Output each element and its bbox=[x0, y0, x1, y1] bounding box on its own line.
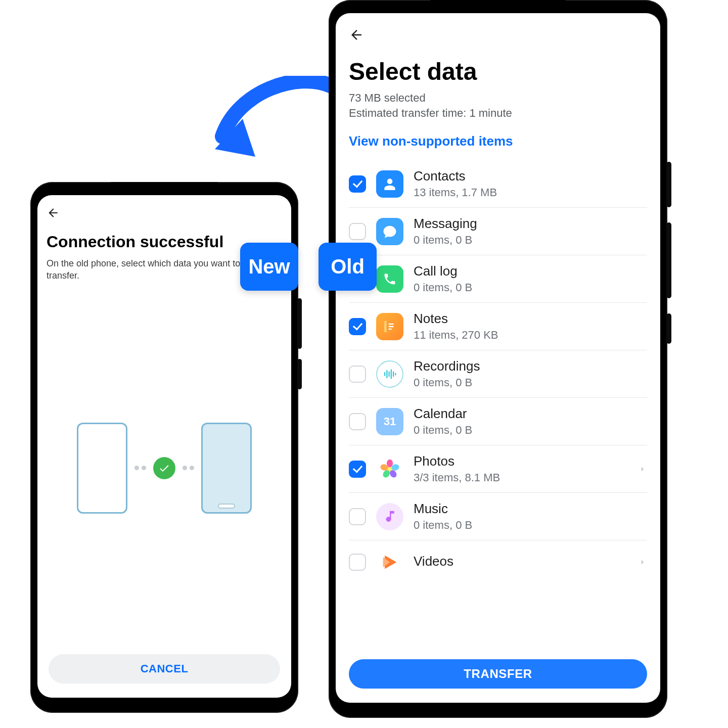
data-row-cal[interactable]: 31Calendar0 items, 0 B bbox=[349, 398, 647, 445]
checkbox[interactable] bbox=[349, 413, 366, 430]
back-button[interactable] bbox=[349, 27, 647, 42]
transfer-eta: Estimated transfer time: 1 minute bbox=[349, 107, 512, 119]
page-title: Select data bbox=[349, 58, 647, 85]
phone-outline-icon bbox=[77, 423, 127, 514]
svg-rect-3 bbox=[389, 326, 394, 328]
data-row-music[interactable]: Music0 items, 0 B bbox=[349, 493, 647, 540]
svg-rect-4 bbox=[389, 329, 392, 330]
item-detail: 0 items, 0 B bbox=[414, 424, 647, 437]
selected-size: 73 MB selected bbox=[349, 92, 426, 104]
data-row-photos[interactable]: Photos3/3 items, 8.1 MB bbox=[349, 445, 647, 493]
data-row-notes[interactable]: Notes11 items, 270 KB bbox=[349, 303, 647, 350]
new-phone-tag: New bbox=[240, 243, 298, 291]
item-name: Contacts bbox=[414, 168, 647, 184]
item-name: Call log bbox=[414, 263, 647, 279]
transfer-direction-arrow bbox=[207, 76, 339, 182]
data-row-videos[interactable]: Videos bbox=[349, 540, 647, 576]
svg-rect-2 bbox=[389, 324, 394, 325]
data-row-contacts[interactable]: Contacts13 items, 1.7 MB bbox=[349, 160, 647, 208]
item-name: Videos bbox=[414, 554, 628, 569]
chevron-right-icon bbox=[638, 558, 647, 567]
cancel-button[interactable]: CANCEL bbox=[49, 654, 280, 684]
connection-illustration bbox=[37, 282, 291, 654]
page-subtitle: On the old phone, select which data you … bbox=[47, 257, 259, 282]
checkbox[interactable] bbox=[349, 175, 366, 193]
view-unsupported-link[interactable]: View non-supported items bbox=[349, 133, 647, 149]
data-row-call[interactable]: Call log0 items, 0 B bbox=[349, 255, 647, 303]
item-name: Messaging bbox=[414, 216, 647, 232]
call-icon bbox=[376, 265, 403, 293]
checkbox[interactable] bbox=[349, 508, 366, 525]
item-name: Recordings bbox=[414, 358, 647, 374]
transfer-button[interactable]: TRANSFER bbox=[349, 659, 647, 689]
checkbox[interactable] bbox=[349, 318, 366, 335]
checkbox[interactable] bbox=[349, 554, 366, 571]
chevron-right-icon bbox=[638, 465, 647, 474]
item-detail: 0 items, 0 B bbox=[414, 281, 647, 294]
contacts-icon bbox=[376, 170, 403, 198]
item-detail: 0 items, 0 B bbox=[414, 376, 647, 389]
item-detail: 3/3 items, 8.1 MB bbox=[414, 471, 628, 484]
item-name: Notes bbox=[414, 311, 647, 327]
videos-icon bbox=[376, 549, 403, 576]
item-detail: 13 items, 1.7 MB bbox=[414, 186, 647, 199]
music-icon bbox=[376, 503, 403, 530]
back-button[interactable] bbox=[47, 206, 282, 219]
phone-filled-icon bbox=[201, 423, 252, 514]
svg-point-12 bbox=[387, 460, 393, 467]
item-detail: 11 items, 270 KB bbox=[414, 329, 647, 342]
item-name: Music bbox=[414, 501, 647, 517]
success-check-icon bbox=[153, 457, 175, 479]
item-detail: 0 items, 0 B bbox=[414, 519, 647, 532]
data-row-rec[interactable]: Recordings0 items, 0 B bbox=[349, 350, 647, 398]
notes-icon bbox=[376, 313, 403, 340]
item-name: Photos bbox=[414, 453, 628, 469]
old-phone-tag: Old bbox=[318, 243, 377, 291]
item-detail: 0 items, 0 B bbox=[414, 234, 647, 247]
rec-icon bbox=[376, 360, 403, 388]
photos-icon bbox=[376, 456, 403, 483]
old-phone-frame: Select data 73 MB selected Estimated tra… bbox=[329, 0, 667, 718]
checkbox[interactable] bbox=[349, 366, 366, 383]
data-row-msg[interactable]: Messaging0 items, 0 B bbox=[349, 208, 647, 255]
checkbox[interactable] bbox=[349, 461, 366, 478]
checkbox[interactable] bbox=[349, 223, 366, 240]
msg-icon bbox=[376, 218, 403, 245]
cal-icon: 31 bbox=[376, 408, 403, 435]
data-type-list: Contacts13 items, 1.7 MBMessaging0 items… bbox=[349, 160, 647, 651]
item-name: Calendar bbox=[414, 406, 647, 422]
